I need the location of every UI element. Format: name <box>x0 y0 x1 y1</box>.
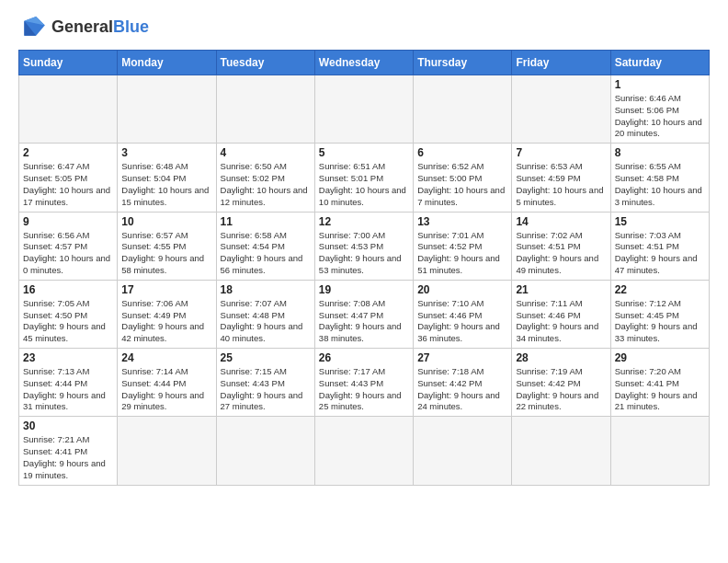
logo: GeneralBlue <box>18 15 149 40</box>
logo-text: GeneralBlue <box>51 18 149 37</box>
calendar-cell <box>19 75 118 144</box>
day-info: Sunrise: 7:18 AM Sunset: 4:42 PM Dayligh… <box>417 366 507 413</box>
calendar-cell <box>414 417 512 485</box>
day-info: Sunrise: 7:07 AM Sunset: 4:48 PM Dayligh… <box>221 298 311 345</box>
day-number: 6 <box>417 146 507 159</box>
day-number: 11 <box>221 215 311 228</box>
col-header-monday: Monday <box>118 51 216 75</box>
day-number: 14 <box>516 215 606 228</box>
day-number: 24 <box>121 351 211 364</box>
day-info: Sunrise: 7:10 AM Sunset: 4:46 PM Dayligh… <box>417 298 507 345</box>
day-info: Sunrise: 7:17 AM Sunset: 4:43 PM Dayligh… <box>319 366 409 413</box>
calendar-cell: 5Sunrise: 6:51 AM Sunset: 5:01 PM Daylig… <box>314 144 413 212</box>
week-row-5: 23Sunrise: 7:13 AM Sunset: 4:44 PM Dayli… <box>19 349 710 417</box>
day-number: 3 <box>121 146 211 159</box>
calendar-header-row: SundayMondayTuesdayWednesdayThursdayFrid… <box>19 51 710 75</box>
calendar-cell: 18Sunrise: 7:07 AM Sunset: 4:48 PM Dayli… <box>216 280 314 348</box>
calendar-cell: 8Sunrise: 6:55 AM Sunset: 4:58 PM Daylig… <box>610 144 709 212</box>
day-number: 20 <box>417 283 507 296</box>
day-number: 28 <box>516 351 606 364</box>
calendar-cell: 20Sunrise: 7:10 AM Sunset: 4:46 PM Dayli… <box>414 280 512 348</box>
calendar-cell <box>118 75 216 144</box>
day-number: 17 <box>121 283 211 296</box>
day-info: Sunrise: 7:19 AM Sunset: 4:42 PM Dayligh… <box>516 366 606 413</box>
calendar-cell: 10Sunrise: 6:57 AM Sunset: 4:55 PM Dayli… <box>118 212 216 280</box>
calendar-cell: 24Sunrise: 7:14 AM Sunset: 4:44 PM Dayli… <box>118 349 216 417</box>
day-info: Sunrise: 6:58 AM Sunset: 4:54 PM Dayligh… <box>221 230 311 277</box>
day-info: Sunrise: 7:06 AM Sunset: 4:49 PM Dayligh… <box>121 298 211 345</box>
day-info: Sunrise: 7:01 AM Sunset: 4:52 PM Dayligh… <box>417 230 507 277</box>
calendar: SundayMondayTuesdayWednesdayThursdayFrid… <box>18 50 710 486</box>
calendar-cell: 12Sunrise: 7:00 AM Sunset: 4:53 PM Dayli… <box>314 212 413 280</box>
day-number: 29 <box>615 351 705 364</box>
calendar-cell: 15Sunrise: 7:03 AM Sunset: 4:51 PM Dayli… <box>610 212 709 280</box>
day-number: 27 <box>417 351 507 364</box>
day-info: Sunrise: 7:00 AM Sunset: 4:53 PM Dayligh… <box>319 230 409 277</box>
calendar-cell: 14Sunrise: 7:02 AM Sunset: 4:51 PM Dayli… <box>512 212 610 280</box>
calendar-cell: 23Sunrise: 7:13 AM Sunset: 4:44 PM Dayli… <box>19 349 118 417</box>
col-header-tuesday: Tuesday <box>216 51 314 75</box>
calendar-cell: 3Sunrise: 6:48 AM Sunset: 5:04 PM Daylig… <box>118 144 216 212</box>
calendar-cell <box>414 75 512 144</box>
day-info: Sunrise: 7:20 AM Sunset: 4:41 PM Dayligh… <box>615 366 705 413</box>
day-number: 22 <box>615 283 705 296</box>
week-row-4: 16Sunrise: 7:05 AM Sunset: 4:50 PM Dayli… <box>19 280 710 348</box>
day-info: Sunrise: 6:56 AM Sunset: 4:57 PM Dayligh… <box>23 230 113 277</box>
day-number: 21 <box>516 283 606 296</box>
day-number: 16 <box>23 283 113 296</box>
calendar-cell <box>314 417 413 485</box>
day-info: Sunrise: 6:52 AM Sunset: 5:00 PM Dayligh… <box>417 161 507 208</box>
calendar-cell: 19Sunrise: 7:08 AM Sunset: 4:47 PM Dayli… <box>314 280 413 348</box>
calendar-cell <box>512 417 610 485</box>
day-info: Sunrise: 6:51 AM Sunset: 5:01 PM Dayligh… <box>319 161 409 208</box>
day-number: 15 <box>615 215 705 228</box>
calendar-cell: 30Sunrise: 7:21 AM Sunset: 4:41 PM Dayli… <box>19 417 118 485</box>
day-info: Sunrise: 7:14 AM Sunset: 4:44 PM Dayligh… <box>121 366 211 413</box>
day-info: Sunrise: 7:12 AM Sunset: 4:45 PM Dayligh… <box>615 298 705 345</box>
week-row-1: 1Sunrise: 6:46 AM Sunset: 5:06 PM Daylig… <box>19 75 710 144</box>
day-number: 2 <box>23 146 113 159</box>
calendar-cell: 13Sunrise: 7:01 AM Sunset: 4:52 PM Dayli… <box>414 212 512 280</box>
calendar-cell: 1Sunrise: 6:46 AM Sunset: 5:06 PM Daylig… <box>610 75 709 144</box>
day-info: Sunrise: 7:03 AM Sunset: 4:51 PM Dayligh… <box>615 230 705 277</box>
calendar-cell: 17Sunrise: 7:06 AM Sunset: 4:49 PM Dayli… <box>118 280 216 348</box>
col-header-thursday: Thursday <box>414 51 512 75</box>
day-info: Sunrise: 7:21 AM Sunset: 4:41 PM Dayligh… <box>23 434 113 481</box>
col-header-friday: Friday <box>512 51 610 75</box>
day-info: Sunrise: 6:57 AM Sunset: 4:55 PM Dayligh… <box>121 230 211 277</box>
day-info: Sunrise: 7:05 AM Sunset: 4:50 PM Dayligh… <box>23 298 113 345</box>
calendar-cell: 11Sunrise: 6:58 AM Sunset: 4:54 PM Dayli… <box>216 212 314 280</box>
day-number: 13 <box>417 215 507 228</box>
calendar-cell: 27Sunrise: 7:18 AM Sunset: 4:42 PM Dayli… <box>414 349 512 417</box>
week-row-6: 30Sunrise: 7:21 AM Sunset: 4:41 PM Dayli… <box>19 417 710 485</box>
calendar-cell <box>314 75 413 144</box>
calendar-cell: 2Sunrise: 6:47 AM Sunset: 5:05 PM Daylig… <box>19 144 118 212</box>
day-info: Sunrise: 6:50 AM Sunset: 5:02 PM Dayligh… <box>221 161 311 208</box>
week-row-3: 9Sunrise: 6:56 AM Sunset: 4:57 PM Daylig… <box>19 212 710 280</box>
day-number: 25 <box>221 351 311 364</box>
calendar-cell <box>216 75 314 144</box>
day-info: Sunrise: 6:48 AM Sunset: 5:04 PM Dayligh… <box>121 161 211 208</box>
header: GeneralBlue <box>18 15 710 40</box>
calendar-cell <box>512 75 610 144</box>
page: GeneralBlue SundayMondayTuesdayWednesday… <box>0 0 728 563</box>
col-header-wednesday: Wednesday <box>314 51 413 75</box>
day-info: Sunrise: 6:47 AM Sunset: 5:05 PM Dayligh… <box>23 161 113 208</box>
day-number: 12 <box>319 215 409 228</box>
day-number: 18 <box>221 283 311 296</box>
week-row-2: 2Sunrise: 6:47 AM Sunset: 5:05 PM Daylig… <box>19 144 710 212</box>
col-header-sunday: Sunday <box>19 51 118 75</box>
day-number: 30 <box>23 419 113 432</box>
calendar-cell: 22Sunrise: 7:12 AM Sunset: 4:45 PM Dayli… <box>610 280 709 348</box>
calendar-cell: 4Sunrise: 6:50 AM Sunset: 5:02 PM Daylig… <box>216 144 314 212</box>
calendar-cell <box>610 417 709 485</box>
day-info: Sunrise: 7:15 AM Sunset: 4:43 PM Dayligh… <box>221 366 311 413</box>
logo-icon <box>18 15 48 40</box>
day-number: 7 <box>516 146 606 159</box>
day-info: Sunrise: 6:55 AM Sunset: 4:58 PM Dayligh… <box>615 161 705 208</box>
calendar-cell <box>216 417 314 485</box>
day-info: Sunrise: 7:13 AM Sunset: 4:44 PM Dayligh… <box>23 366 113 413</box>
day-info: Sunrise: 7:08 AM Sunset: 4:47 PM Dayligh… <box>319 298 409 345</box>
col-header-saturday: Saturday <box>610 51 709 75</box>
day-info: Sunrise: 7:11 AM Sunset: 4:46 PM Dayligh… <box>516 298 606 345</box>
